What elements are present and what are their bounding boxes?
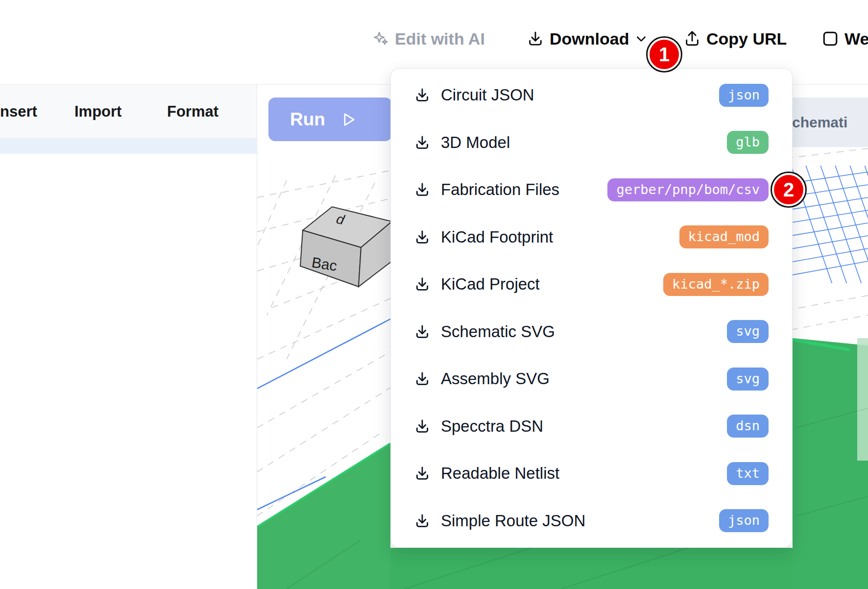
code-editor-panel[interactable]: i 1!!/ [0,139,257,589]
download-item-label: KiCad Footprint [441,228,553,246]
download-icon [414,87,430,103]
chevron-down-icon [635,32,648,45]
download-item-label: 3D Model [441,133,510,152]
download-item-label: Schematic SVG [441,322,555,341]
file-type-badge: svg [727,368,769,391]
edit-with-ai-button[interactable]: Edit with AI [372,24,485,54]
download-item-label: Fabrication Files [441,180,559,199]
3d-model-box: d Bac [300,207,392,287]
download-menu-item-simple-route-json[interactable]: Simple Route JSON json [391,497,792,545]
download-icon [414,182,430,197]
file-type-badge: gerber/pnp/bom/csv [607,178,769,201]
copy-url-button[interactable]: Copy URL [684,24,787,54]
menu-insert[interactable]: nsert [0,85,37,139]
download-icon [414,418,430,434]
download-menu-item-kicad-footprint[interactable]: KiCad Footprint kicad_mod [391,214,792,261]
file-type-badge: json [719,84,769,107]
annotation-step-2: 2 [772,173,805,206]
download-item-label: Readable Netlist [441,464,559,483]
download-icon [414,229,430,245]
editor-menubar: nsert Import Format [0,85,257,139]
download-item-label: Simple Route JSON [441,512,585,530]
download-label: Download [550,29,629,49]
download-icon [414,276,430,292]
download-icon [414,513,430,529]
download-icon [414,371,430,387]
download-item-label: Assembly SVG [441,369,550,388]
menu-import[interactable]: Import [74,85,121,139]
download-item-label: KiCad Project [441,275,540,294]
file-type-badge: svg [727,320,769,343]
download-menu-item-specctra-dsn[interactable]: Specctra DSN dsn [391,403,792,450]
download-menu-item-schematic-svg[interactable]: Schematic SVG svg [391,308,792,356]
menu-import-label: Import [74,103,121,121]
file-type-badge: kicad_*.zip [663,273,769,296]
menu-format-label: Format [167,103,218,121]
download-item-label: Circuit JSON [441,86,534,104]
download-menu-item-3d-model[interactable]: 3D Model glb [391,119,792,167]
file-type-badge: dsn [727,415,769,438]
file-type-badge: txt [727,462,769,485]
file-type-badge: kicad_mod [679,225,769,248]
download-icon [414,135,430,150]
editor-highlighted-line [0,139,257,154]
download-dropdown-menu: Circuit JSON json 3D Model glb Fabricati… [390,68,793,548]
download-button[interactable]: Download [527,24,648,54]
sparkle-icon [372,30,389,47]
grid-lines-right [786,148,868,330]
download-menu-item-readable-netlist[interactable]: Readable Netlist txt [391,450,792,497]
web-toggle-label: We [844,29,868,49]
annotation-step-1-number: 1 [659,44,670,66]
download-item-label: Specctra DSN [441,417,543,436]
edit-with-ai-label: Edit with AI [395,29,485,49]
download-menu-item-assembly-svg[interactable]: Assembly SVG svg [391,355,792,403]
file-type-badge: glb [727,131,769,154]
tab-schematic-label: chemati [792,114,847,131]
run-button[interactable]: Run [268,98,392,141]
download-menu-item-kicad-project[interactable]: KiCad Project kicad_*.zip [391,261,792,308]
download-menu-item-circuit-json[interactable]: Circuit JSON json [391,72,792,119]
menu-insert-label: nsert [0,103,37,121]
annotation-step-1: 1 [648,38,681,71]
run-button-label: Run [290,109,325,130]
play-icon [340,111,357,128]
share-icon [684,30,700,47]
checkbox-icon[interactable] [822,30,839,47]
download-icon [527,30,544,47]
download-icon [414,324,430,340]
annotation-step-2-number: 2 [783,179,794,201]
download-menu-item-fabrication-files[interactable]: Fabrication Files gerber/pnp/bom/csv [391,166,792,214]
tab-schematic[interactable]: chemati [792,98,868,147]
download-icon [414,466,430,481]
copy-url-label: Copy URL [706,29,787,49]
menu-format[interactable]: Format [167,85,218,139]
file-type-badge: json [719,509,769,532]
web-toggle[interactable]: We [822,24,868,54]
